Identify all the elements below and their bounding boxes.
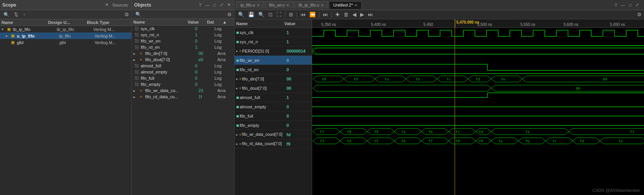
- svg-marker-64: [449, 138, 476, 144]
- objects-scroll-up[interactable]: ▲: [223, 20, 227, 24]
- wave-sig-fifo_full[interactable]: ◼ fifo_full 0: [235, 111, 312, 121]
- wave-sig-fifo_din-expand[interactable]: ▸: [236, 77, 238, 81]
- wave-sig-fifo_wr_en[interactable]: ◼ fifo_wr_en 0: [235, 56, 312, 65]
- wave-rows-canvas[interactable]: .wlabel { font-size: 9px; fill: #000; fo…: [312, 28, 644, 195]
- obj-row-almost_empty[interactable]: ⬛ almost_empty 0 Log: [132, 69, 234, 75]
- wave-search-icon[interactable]: 🔍: [237, 11, 245, 18]
- wave-tab-untitled2-close[interactable]: ✕: [354, 3, 357, 7]
- wave-sig-fifo_empty[interactable]: ◼ fifo_empty 0: [235, 121, 312, 130]
- wave-sig-fifo_rd_en[interactable]: ◼ fifo_rd_en 0: [235, 65, 312, 74]
- wave-sig-almost_empty-name-cell: ◼ almost_empty: [236, 104, 287, 109]
- obj-fifo_dout-arrow[interactable]: ▸: [133, 58, 138, 62]
- wave-expand-icon[interactable]: ⤢: [634, 2, 640, 8]
- wave-zoom-fit-icon[interactable]: ⊡: [267, 11, 274, 18]
- wave-sig-PERIOD[interactable]: ▸ ≡ PERIOD[31:0] 00000014: [235, 46, 312, 56]
- objects-min-icon[interactable]: —: [204, 2, 211, 8]
- obj-row-fifo_rd_data_co[interactable]: ▸ ≡ fifo_rd_data_co... 1f Arra: [132, 94, 234, 100]
- wave-zoom-icon[interactable]: 🔍: [257, 11, 266, 18]
- wave-sig-fifo_rd_en-icon: ◼: [236, 68, 239, 72]
- wave-sig-fifo_rd_data_count-expand[interactable]: ▸: [236, 142, 238, 146]
- obj-row-fifo_wr_data_co[interactable]: ▸ ≡ fifo_wr_data_co... 23 Arra: [132, 87, 234, 94]
- wave-tab-ip_fifo-close[interactable]: ✕: [257, 3, 260, 7]
- obj-fifo_din-arrow[interactable]: ▸: [133, 51, 138, 56]
- obj-row-fifo_dout[interactable]: ▸ ≡ fifo_dout[7:0] e0 Arra: [132, 56, 234, 63]
- objects-expand-icon[interactable]: ⤢: [219, 2, 224, 8]
- svg-text:fc: fc: [456, 130, 460, 134]
- scope-row-0[interactable]: ▾ ▣ tb_ip_fifo tb_ip_fifo Verilog M...: [0, 26, 131, 32]
- obj-sys_rst_n-value: 1: [195, 32, 214, 37]
- scope-row-1-arrow[interactable]: ▸: [6, 34, 10, 38]
- obj-row-sys_clk[interactable]: ⬛ sys_clk 0 Log: [132, 26, 234, 32]
- scope-row-0-arrow[interactable]: ▾: [2, 27, 6, 31]
- wave-end-icon[interactable]: ⏭: [322, 11, 329, 18]
- scope-collapse-icon[interactable]: ⇅: [13, 11, 19, 18]
- wave-sig-fifo_dout[interactable]: ▸ ≡ fifo_dout[7:0] 00: [235, 84, 312, 93]
- wave-sig-fifo_wr_en-label: fifo_wr_en: [240, 58, 259, 63]
- obj-row-fifo_rd_en[interactable]: ⬛ fifo_rd_en 1 Log: [132, 44, 234, 50]
- obj-fifo_rd_data_co-arrow[interactable]: ▸: [133, 95, 138, 99]
- wave-sig-fifo_din-val: 00: [287, 77, 310, 81]
- wave-cursor-next-icon[interactable]: ▶: [359, 11, 365, 18]
- wave-tab-ip_fifo[interactable]: ip_fifo.v ✕: [236, 1, 264, 9]
- scope-search-icon[interactable]: 🔍: [2, 12, 10, 18]
- wave-sig-fifo_wr_data_count-expand[interactable]: ▸: [236, 133, 238, 137]
- wave-sig-almost_empty[interactable]: ◼ almost_empty 0: [235, 102, 312, 111]
- wave-tab-fifo_wr-close[interactable]: ✕: [286, 3, 289, 7]
- wave-min-icon[interactable]: —: [620, 2, 626, 8]
- wave-cursor-prev-icon[interactable]: ◀: [351, 11, 357, 18]
- objects-search-icon[interactable]: 🔍: [134, 11, 142, 17]
- obj-row-fifo_full[interactable]: ⬛ fifo_full 0 Log: [132, 75, 234, 81]
- wave-sig-sys_clk-val: 1: [287, 30, 310, 35]
- wave-sig-sys_clk[interactable]: ◼ sys_clk 1: [235, 28, 312, 37]
- wave-snap-icon[interactable]: ⊞: [288, 11, 294, 18]
- scope-row-1[interactable]: ▸ ▣ u_ip_fifo ip_fifo Verilog M...: [0, 32, 131, 39]
- obj-row-fifo_din[interactable]: ▸ ≡ fifo_din[7:0] 00 Arra: [132, 50, 234, 56]
- wave-sig-PERIOD-icon: ≡: [239, 49, 241, 53]
- wave-sig-fifo_rd_data_count[interactable]: ▸ ≡ fifo_rd_data_count[7:0] f9: [235, 139, 312, 149]
- wave-cursor-end-icon[interactable]: ⏭: [367, 11, 374, 18]
- obj-row-sys_rst_n[interactable]: ⬛ sys_rst_n 1 Log: [132, 32, 234, 38]
- obj-almost_empty-dat: Log: [214, 70, 230, 74]
- wave-sig-fifo_din[interactable]: ▸ ≡ fifo_din[7:0] 00: [235, 74, 312, 84]
- wave-tab-fifo_wr[interactable]: fifo_wr.v ✕: [265, 1, 294, 9]
- wave-start-icon[interactable]: ⏮: [299, 11, 307, 18]
- wave-tab-fifo_wr-label: fifo_wr.v: [269, 3, 285, 7]
- wave-sig-fifo_dout-expand[interactable]: ▸: [236, 86, 238, 90]
- objects-help-icon[interactable]: ?: [198, 2, 202, 8]
- objects-close-icon[interactable]: ✕: [226, 2, 232, 8]
- scope-sources-tab[interactable]: Sources: [111, 2, 129, 8]
- svg-marker-28: [491, 85, 644, 91]
- obj-fifo_wr_data_co-arrow[interactable]: ▸: [133, 89, 138, 93]
- obj-fifo_full-name: fifo_full: [141, 76, 195, 80]
- wave-tab-tb_ip_fifo[interactable]: tb_ip_fifo.v ✕: [294, 1, 328, 9]
- wave-save-icon[interactable]: 💾: [247, 11, 256, 18]
- wave-help-icon[interactable]: ?: [613, 2, 618, 8]
- obj-row-fifo_wr_en[interactable]: ⬛ fifo_wr_en 0 Log: [132, 38, 234, 44]
- wave-tab-untitled2[interactable]: Untitled 2* ✕: [329, 1, 362, 9]
- objects-col-dat: Dat: [207, 20, 223, 24]
- wave-cursor-add-icon[interactable]: ✚: [334, 11, 341, 18]
- svg-text:f5: f5: [374, 139, 378, 143]
- scope-close-icon[interactable]: ✕: [104, 2, 110, 8]
- wave-cursor-del-icon[interactable]: 🗑: [342, 11, 350, 18]
- wave-fullscreen-icon[interactable]: ⛶: [275, 11, 283, 18]
- obj-row-fifo_empty[interactable]: ⬛ fifo_empty 0 Log: [132, 81, 234, 87]
- svg-text:fb: fb: [525, 139, 530, 143]
- scope-row-2[interactable]: ▸ ▣ glbl glbl Verilog M...: [0, 39, 131, 46]
- wave-sig-sys_rst_n[interactable]: ◼ sys_rst_n 1: [235, 37, 312, 46]
- wave-sig-PERIOD-expand[interactable]: ▸: [236, 49, 238, 53]
- wave-tab-tb_ip_fifo-close[interactable]: ✕: [321, 3, 324, 7]
- wave-toolbar-sep3: [319, 12, 319, 17]
- wave-canvas[interactable]: 5,350 ns 5,400 ns 5,450 5,500 ns 5,550 n…: [312, 19, 644, 195]
- objects-settings-icon[interactable]: ⚙: [227, 12, 232, 17]
- wave-settings-icon[interactable]: ⚙: [637, 12, 642, 17]
- wave-max-icon[interactable]: □: [628, 2, 633, 8]
- wave-sig-fifo_wr_data_count[interactable]: ▸ ≡ fifo_wr_data_count[7:0] fd: [235, 130, 312, 139]
- svg-marker-62: [421, 138, 449, 144]
- wave-prev-icon[interactable]: ⏪: [308, 11, 317, 18]
- scope-expand-icon[interactable]: ↑: [22, 11, 27, 18]
- scope-settings-icon[interactable]: ⚙: [124, 12, 129, 17]
- objects-max-icon[interactable]: □: [212, 2, 217, 8]
- wave-sig-almost_full[interactable]: ◼ almost_full 1: [235, 93, 312, 102]
- obj-row-almost_full[interactable]: ⬛ almost_full 0 Log: [132, 63, 234, 69]
